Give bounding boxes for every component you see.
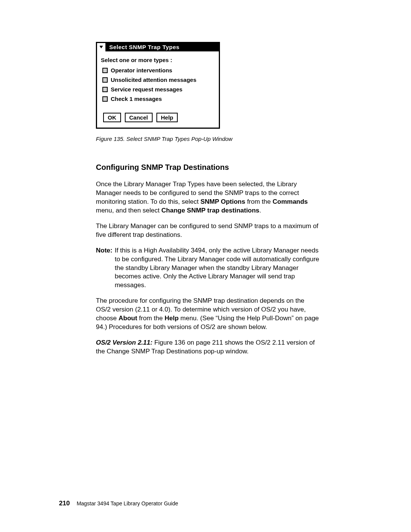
- paragraph-os2-211: OS/2 Version 2.11: Figure 136 on page 21…: [96, 339, 320, 356]
- option-service-request[interactable]: Service request messages: [102, 86, 215, 93]
- option-label: Service request messages: [111, 86, 182, 93]
- checkbox-icon[interactable]: [102, 87, 108, 92]
- paragraph-intro: Once the Library Manager Trap Types have…: [96, 180, 320, 215]
- checkbox-icon[interactable]: [102, 96, 108, 102]
- help-button[interactable]: Help: [156, 113, 178, 122]
- ok-button[interactable]: OK: [103, 113, 121, 122]
- note-body: If this is a High Availability 3494, onl…: [115, 246, 320, 290]
- bold-text: SNMP Options: [201, 198, 245, 205]
- dialog-instruction: Select one or more types :: [101, 57, 215, 63]
- bold-text: Commands: [272, 198, 308, 205]
- bold-italic-text: OS/2 Version 2.11:: [96, 339, 153, 346]
- bold-text: Help: [164, 315, 178, 322]
- page-number: 210: [59, 500, 70, 507]
- page-footer: 210 Magstar 3494 Tape Library Operator G…: [59, 500, 178, 507]
- option-unsolicited-attention[interactable]: Unsolicited attention messages: [102, 77, 215, 83]
- text: from the: [245, 198, 272, 205]
- text: from the: [137, 315, 165, 322]
- option-operator-interventions[interactable]: Operator interventions: [102, 67, 215, 73]
- section-heading: Configuring SNMP Trap Destinations: [96, 163, 320, 172]
- snmp-trap-types-dialog: Select SNMP Trap Types Select one or mor…: [96, 42, 220, 129]
- text: .: [260, 207, 261, 214]
- bold-text: Change SNMP trap destinations: [161, 207, 260, 214]
- bold-text: About: [119, 315, 137, 322]
- note-label: Note:: [96, 246, 112, 290]
- option-check-1-messages[interactable]: Check 1 messages: [102, 96, 215, 102]
- checkbox-icon[interactable]: [102, 77, 108, 83]
- paragraph-max-destinations: The Library Manager can be configured to…: [96, 222, 320, 240]
- option-label: Operator interventions: [111, 67, 172, 73]
- figure-caption: Figure 135. Select SNMP Trap Types Pop-U…: [96, 136, 320, 142]
- note-block: Note: If this is a High Availability 349…: [96, 246, 320, 290]
- cancel-button[interactable]: Cancel: [125, 113, 153, 122]
- book-title: Magstar 3494 Tape Library Operator Guide: [76, 500, 178, 506]
- checkbox-icon[interactable]: [102, 68, 108, 73]
- option-label: Unsolicited attention messages: [111, 77, 196, 83]
- paragraph-os2-version: The procedure for configuring the SNMP t…: [96, 297, 320, 332]
- system-menu-icon[interactable]: [97, 43, 106, 51]
- dialog-title: Select SNMP Trap Types: [106, 43, 219, 51]
- text: menu, and then select: [96, 207, 161, 214]
- option-label: Check 1 messages: [111, 96, 162, 102]
- dialog-titlebar: Select SNMP Trap Types: [97, 43, 219, 51]
- svg-rect-0: [100, 46, 103, 46]
